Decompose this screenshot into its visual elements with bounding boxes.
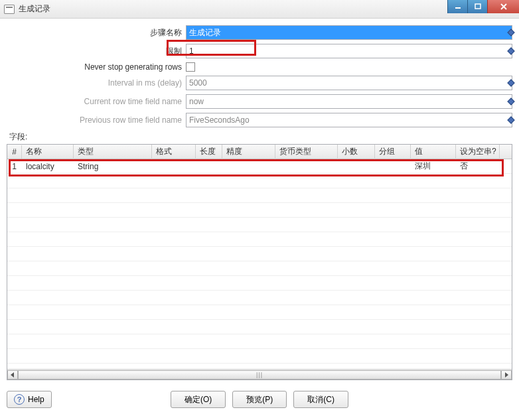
svg-rect-1 <box>475 4 481 9</box>
cell-group[interactable] <box>375 165 411 169</box>
col-header-value[interactable]: 值 <box>411 144 456 159</box>
cell-value[interactable]: 深圳 <box>411 159 456 174</box>
window-title: 生成记录 <box>19 3 50 15</box>
step-name-input[interactable] <box>186 25 512 40</box>
cell-name[interactable]: localcity <box>22 160 74 173</box>
col-header-null[interactable]: 设为空串? <box>456 144 500 159</box>
interval-row: Interval in ms (delay) <box>7 76 512 90</box>
ok-button[interactable]: 确定(O) <box>171 391 226 408</box>
scroll-track[interactable]: ||| <box>18 370 501 380</box>
col-header-type[interactable]: 类型 <box>74 144 152 159</box>
col-header-length[interactable]: 长度 <box>196 144 222 159</box>
never-stop-checkbox[interactable] <box>186 62 195 72</box>
interval-label: Interval in ms (delay) <box>7 78 186 88</box>
scroll-left-button[interactable] <box>7 370 18 380</box>
svg-marker-5 <box>505 372 508 378</box>
cell-format[interactable] <box>152 165 196 169</box>
cell-length[interactable] <box>196 165 222 169</box>
content-area: 步骤名称 限制 Never stop generating rows Inter… <box>0 19 519 384</box>
table-row[interactable]: 1 localcity String 深圳 否 <box>7 159 512 174</box>
col-header-name[interactable]: 名称 <box>22 144 74 159</box>
table-header: # 名称 类型 格式 长度 精度 货币类型 小数 分组 值 设为空串? <box>7 145 512 159</box>
footer-bar: ? Help 确定(O) 预览(P) 取消(C) <box>0 384 519 415</box>
help-icon: ? <box>14 394 25 405</box>
col-header-format[interactable]: 格式 <box>152 144 196 159</box>
window-controls <box>447 0 519 13</box>
col-header-currency[interactable]: 货币类型 <box>275 144 338 159</box>
previous-time-input[interactable] <box>186 113 512 127</box>
fields-section-label: 字段: <box>9 131 512 143</box>
cell-precision[interactable] <box>222 165 275 169</box>
col-header-num[interactable]: # <box>7 145 22 159</box>
current-time-label: Current row time field name <box>7 97 186 106</box>
col-header-precision[interactable]: 精度 <box>222 144 275 159</box>
cell-null[interactable]: 否 <box>456 159 500 174</box>
col-header-decimal[interactable]: 小数 <box>338 144 375 159</box>
never-stop-row: Never stop generating rows <box>7 62 512 72</box>
maximize-button[interactable] <box>467 0 487 13</box>
help-label: Help <box>28 395 44 404</box>
scroll-right-button[interactable] <box>501 370 512 380</box>
limit-input[interactable] <box>186 44 512 58</box>
previous-time-label: Previous row time field name <box>7 115 186 125</box>
title-bar: 生成记录 <box>0 0 519 19</box>
step-name-label: 步骤名称 <box>7 27 186 38</box>
current-time-row: Current row time field name <box>7 94 512 109</box>
app-icon <box>4 5 15 14</box>
empty-rows <box>7 174 512 369</box>
scroll-thumb[interactable]: ||| <box>18 370 501 380</box>
limit-label: 限制 <box>7 46 186 57</box>
horizontal-scrollbar[interactable]: ||| <box>7 369 512 380</box>
minimize-button[interactable] <box>447 0 467 13</box>
svg-marker-4 <box>11 372 14 378</box>
never-stop-label: Never stop generating rows <box>7 62 186 72</box>
interval-input[interactable] <box>186 76 512 90</box>
scroll-grip-icon: ||| <box>256 372 263 378</box>
limit-row: 限制 <box>7 44 512 58</box>
previous-time-row: Previous row time field name <box>7 113 512 127</box>
step-name-row: 步骤名称 <box>7 25 512 40</box>
fields-table: # 名称 类型 格式 长度 精度 货币类型 小数 分组 值 设为空串? 1 lo… <box>7 144 512 380</box>
close-button[interactable] <box>487 0 519 13</box>
cell-currency[interactable] <box>275 165 338 169</box>
cell-decimal[interactable] <box>338 165 375 169</box>
cell-num: 1 <box>7 160 22 173</box>
preview-button[interactable]: 预览(P) <box>232 391 287 408</box>
cancel-button[interactable]: 取消(C) <box>293 391 348 408</box>
help-button[interactable]: ? Help <box>7 391 52 408</box>
current-time-input[interactable] <box>186 94 512 109</box>
col-header-group[interactable]: 分组 <box>375 144 411 159</box>
cell-type[interactable]: String <box>74 160 152 173</box>
